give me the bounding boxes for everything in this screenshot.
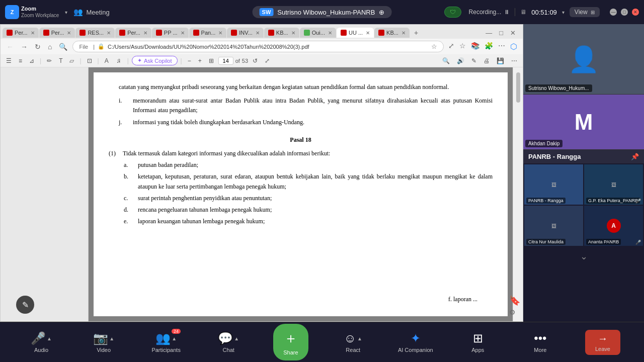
pdf-scrollbar[interactable]: 🔖 ⚙ xyxy=(513,67,523,321)
second-participant-video: M Akhdan Dakip xyxy=(523,95,644,150)
share-tool[interactable]: ＋ Share xyxy=(273,324,308,360)
forward-button[interactable]: → xyxy=(19,42,30,52)
mini-name-2: G.P. Eka Putera_PANRB xyxy=(586,198,640,204)
home-button[interactable]: ⌂ xyxy=(46,42,54,52)
copilot-sparkle-icon: ✦ xyxy=(137,57,142,64)
tab-close-4[interactable]: ✕ xyxy=(143,30,147,36)
minimize-button[interactable]: — xyxy=(610,9,617,16)
ai-companion-tool[interactable]: ✦ AI Companion xyxy=(398,331,433,353)
search-button[interactable]: 🔍 xyxy=(57,42,69,52)
group-section-header: PANRB - Rangga 📌 xyxy=(523,150,644,163)
restore-browser-button[interactable]: □ xyxy=(497,28,505,38)
refresh-button[interactable]: ↻ xyxy=(33,42,43,52)
pdf-print-icon[interactable]: 🖨 xyxy=(481,56,492,65)
tab-close-1[interactable]: ✕ xyxy=(31,30,35,36)
video-tool[interactable]: 📷 ▲ Video xyxy=(86,331,121,353)
audio-dropdown-arrow[interactable]: ▲ xyxy=(47,336,52,341)
chat-dropdown-arrow[interactable]: ▲ xyxy=(234,336,239,341)
pasal-heading: Pasal 18 xyxy=(109,135,493,145)
tab-close-6[interactable]: ✕ xyxy=(218,30,222,36)
browser-tab-7[interactable]: INV... ✕ xyxy=(227,28,264,38)
toolbar-zoom-page-icon[interactable]: ⊡ xyxy=(85,56,95,65)
toolbar-pencil-icon[interactable]: ✏ xyxy=(44,56,54,65)
tab-close-3[interactable]: ✕ xyxy=(107,30,111,36)
new-tab-button[interactable]: + xyxy=(410,27,422,39)
zoom-in-button[interactable]: + xyxy=(196,56,204,65)
more-label: More xyxy=(534,347,546,353)
toolbar-text2-icon[interactable]: ꋪ xyxy=(113,56,124,65)
more-icon[interactable]: ⋯ xyxy=(497,41,507,52)
tab-close-2[interactable]: ✕ xyxy=(67,30,71,36)
pdf-read-aloud-button[interactable]: 🔊 xyxy=(454,56,467,65)
pdf-settings-icon[interactable]: ⚙ xyxy=(509,308,520,316)
toolbar-filter-icon[interactable]: ⊿ xyxy=(27,56,37,65)
extension-icon[interactable]: 🧩 xyxy=(483,41,495,52)
toolbar-text-format-icon[interactable]: A xyxy=(102,56,111,65)
annotation-float-button[interactable]: ✎ xyxy=(16,296,34,314)
browser-tab-10-active[interactable]: UU ... ✕ xyxy=(337,28,374,38)
zoom-out-button[interactable]: − xyxy=(185,56,194,65)
close-browser-button[interactable]: ✕ xyxy=(508,28,518,38)
timer-dropdown[interactable]: ▾ xyxy=(562,10,565,15)
favorites-icon[interactable]: ☆ xyxy=(458,41,467,52)
participants-dropdown-arrow[interactable]: ▲ xyxy=(172,336,177,341)
toolbar-menu-icon[interactable]: ☰ xyxy=(4,56,14,65)
scroll-thumb[interactable] xyxy=(516,72,520,103)
pdf-save-icon[interactable]: 💾 xyxy=(494,56,507,65)
react-tool[interactable]: ☺ ▲ React xyxy=(336,331,371,353)
rotate-button[interactable]: ↺ xyxy=(250,56,260,65)
meeting-label: Meeting xyxy=(86,9,109,16)
page-number-input[interactable] xyxy=(218,57,233,65)
pdf-search-button[interactable]: 🔍 xyxy=(440,56,452,65)
security-badge: 🛡 xyxy=(444,7,461,18)
top-bar: Z Zoom Zoom Workplace ▾ 👥 Meeting SW Sut… xyxy=(0,0,644,24)
more-tool[interactable]: ••• More xyxy=(523,331,558,353)
browser-tab-6[interactable]: Pan... ✕ xyxy=(189,28,227,38)
audio-tool[interactable]: 🎤 ▲ Audio xyxy=(24,331,59,353)
fit-page-button[interactable]: ⊞ xyxy=(206,56,216,65)
second-participant-name: Akhdan Dakip xyxy=(525,140,562,147)
browser-tab-11[interactable]: KB... ✕ xyxy=(374,28,410,38)
browser-tab-2[interactable]: Per... ✕ xyxy=(39,28,75,38)
pdf-more-button[interactable]: ⋯ xyxy=(509,56,520,65)
browser-tab-3[interactable]: RES... ✕ xyxy=(75,28,115,38)
collection-icon[interactable]: 📚 xyxy=(469,41,481,52)
copilot-icon[interactable]: ⬡ xyxy=(509,41,519,52)
apps-tool[interactable]: ⊞ Apps xyxy=(460,331,496,353)
browser-tab-8[interactable]: KB... ✕ xyxy=(264,28,299,38)
minimize-browser-button[interactable]: — xyxy=(484,28,494,38)
toolbar-layers-icon[interactable]: ≡ xyxy=(16,56,25,65)
tab-close-11[interactable]: ✕ xyxy=(401,30,406,36)
browser-tab-9[interactable]: Oui... ✕ xyxy=(300,28,336,38)
toolbar-text-icon[interactable]: T xyxy=(56,56,65,65)
back-button[interactable]: ← xyxy=(5,42,16,52)
view-button[interactable]: View ⊞ xyxy=(570,7,600,17)
toolbar-shape-icon[interactable]: ▱ xyxy=(67,56,76,65)
video-dropdown-arrow[interactable]: ▲ xyxy=(109,336,114,341)
collapse-panel-button[interactable]: ⌄ xyxy=(523,247,644,266)
browser-tab-1[interactable]: Per... ✕ xyxy=(3,28,39,38)
pdf-draw-icon[interactable]: ✎ xyxy=(469,56,479,65)
leave-tool[interactable]: → Leave xyxy=(585,330,620,355)
share-icon[interactable]: ⤢ xyxy=(447,41,456,52)
ask-copilot-button[interactable]: ✦ Ask Copilot xyxy=(132,56,178,65)
zoom-logo[interactable]: Z Zoom Zoom Workplace xyxy=(5,5,59,19)
tab-close-10[interactable]: ✕ xyxy=(366,30,370,36)
zoom-dropdown-arrow[interactable]: ▾ xyxy=(65,10,67,15)
tab-close-9[interactable]: ✕ xyxy=(328,30,332,36)
preceding-text: catatan yang menyangkut pribadi seseoran… xyxy=(119,82,493,92)
browser-tab-4[interactable]: Per... ✕ xyxy=(115,28,151,38)
address-bar[interactable]: File | 🔒 C:/Users/Asus/Downloads/UU%20No… xyxy=(72,41,444,52)
star-icon[interactable]: ☆ xyxy=(431,43,437,50)
tab-close-5[interactable]: ✕ xyxy=(181,30,185,36)
react-dropdown-arrow[interactable]: ▲ xyxy=(357,336,362,341)
browser-tab-5[interactable]: PP ... ✕ xyxy=(152,28,189,38)
close-button[interactable]: ✕ xyxy=(632,9,639,16)
tab-close-7[interactable]: ✕ xyxy=(256,30,260,36)
pdf-bookmark-icon[interactable]: 🔖 xyxy=(509,295,520,306)
maximize-button[interactable]: □ xyxy=(621,9,628,16)
participants-tool[interactable]: 👥 24 ▲ Participants xyxy=(148,331,184,353)
chat-tool[interactable]: 💬 ▲ Chat xyxy=(211,331,246,353)
tab-close-8[interactable]: ✕ xyxy=(291,30,295,36)
fullscreen-button[interactable]: ⤢ xyxy=(262,56,272,65)
